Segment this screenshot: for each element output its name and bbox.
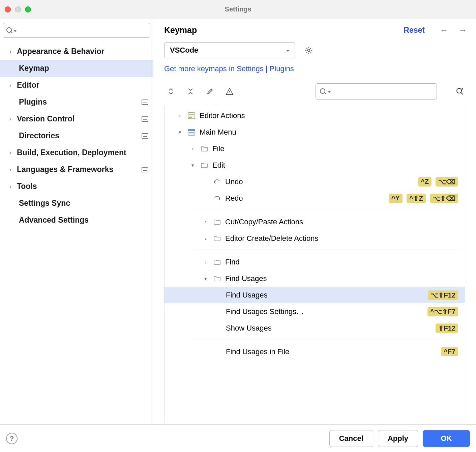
tree-row-label: Find Usages: [226, 291, 424, 300]
chevron-right-icon: ›: [9, 167, 12, 173]
warning-icon[interactable]: [226, 87, 234, 95]
tree-row[interactable]: ▾Edit: [165, 157, 465, 173]
folder-icon: [200, 145, 208, 152]
shortcut-badge: ⌥⇧F12: [428, 290, 458, 300]
folder-icon: [213, 258, 221, 266]
tree-row-label: Editor Actions: [200, 111, 461, 120]
tree-row[interactable]: ›Editor Create/Delete Actions: [165, 230, 465, 247]
sidebar-item-label: Tools: [17, 182, 148, 191]
shortcut-badge: ⌥⇧⌫: [430, 194, 458, 203]
folder-icon: [200, 162, 208, 169]
sidebar-item-editor[interactable]: ›Editor: [0, 77, 153, 94]
sidebar-item-appearance-behavior[interactable]: ›Appearance & Behavior: [0, 43, 153, 60]
chevron-down-icon: [14, 30, 17, 32]
redo-icon: [213, 195, 221, 202]
main-menu-icon: [187, 129, 196, 136]
sidebar-item-label: Plugins: [19, 98, 137, 106]
help-icon[interactable]: ?: [6, 433, 18, 444]
shortcut-badge: ^⇧Z: [407, 194, 426, 203]
chevron-down-icon: ▾: [202, 276, 209, 282]
tree-row-label: Undo: [225, 177, 414, 186]
sidebar-item-version-control[interactable]: ›Version Control: [0, 111, 153, 128]
tree-row-label: Cut/Copy/Paste Actions: [225, 218, 461, 226]
search-icon: [320, 88, 326, 94]
zoom-window-button[interactable]: [25, 6, 31, 12]
tree-row-label: Edit: [212, 161, 461, 170]
search-icon: [6, 27, 12, 33]
expand-collapse-icon[interactable]: [167, 87, 175, 95]
ok-button[interactable]: OK: [423, 430, 470, 447]
sidebar-item-label: Directories: [19, 132, 137, 140]
shortcut-badge: ^F7: [441, 347, 458, 356]
sidebar-search-input[interactable]: [3, 23, 150, 38]
sidebar-item-keymap[interactable]: Keymap: [0, 60, 153, 77]
sidebar-item-build-execution-deployment[interactable]: ›Build, Execution, Deployment: [0, 144, 153, 161]
page-title: Keymap: [164, 25, 197, 35]
window-controls: [5, 6, 31, 12]
tree-divider: [193, 340, 461, 340]
get-more-keymaps-link[interactable]: Get more keymaps in Settings | Plugins: [153, 58, 476, 77]
tree-row-label: Show Usages: [226, 324, 432, 333]
tree-row[interactable]: ›Editor Actions: [165, 107, 465, 124]
project-badge-icon: [142, 116, 148, 122]
project-badge-icon: [142, 167, 148, 172]
forward-arrow-icon[interactable]: →: [458, 25, 467, 35]
tree-row[interactable]: ›Cut/Copy/Paste Actions: [165, 214, 465, 230]
back-arrow-icon[interactable]: ←: [440, 25, 448, 35]
tree-row-label: Editor Create/Delete Actions: [225, 234, 461, 243]
tree-row[interactable]: ›Find Usages in File^F7: [165, 343, 465, 360]
tree-row[interactable]: ›Find Usages Settings…^⌥⇧F7: [165, 303, 465, 320]
tree-row[interactable]: ›Redo^Y^⇧Z⌥⇧⌫: [165, 190, 465, 206]
chevron-down-icon: [328, 91, 331, 93]
gear-icon[interactable]: [304, 46, 313, 55]
svg-point-0: [308, 49, 310, 52]
sidebar-item-advanced-settings[interactable]: Advanced Settings: [0, 212, 153, 229]
tree-row-label: Redo: [225, 194, 385, 203]
apply-button[interactable]: Apply: [378, 430, 418, 447]
sidebar-search-field[interactable]: [18, 27, 147, 34]
chevron-right-icon: ›: [202, 235, 209, 241]
shortcut-badge: ^Z: [418, 177, 432, 187]
sidebar-item-settings-sync[interactable]: Settings Sync: [0, 195, 153, 212]
chevron-right-icon: ›: [202, 219, 209, 225]
settings-sidebar: ›Appearance & BehaviorKeymap›EditorPlugi…: [0, 19, 153, 424]
reset-link[interactable]: Reset: [404, 26, 425, 35]
tree-row[interactable]: ›Find: [165, 254, 465, 270]
sidebar-item-tools[interactable]: ›Tools: [0, 178, 153, 195]
tree-row[interactable]: ›Show Usages⇧F12: [165, 320, 465, 336]
minimize-window-button[interactable]: [15, 6, 21, 12]
sidebar-item-label: Version Control: [17, 115, 137, 123]
shortcut-badge: ^Y: [389, 194, 403, 203]
editor-actions-icon: [187, 112, 196, 119]
folder-icon: [213, 235, 221, 242]
project-badge-icon: [142, 100, 148, 105]
chevron-right-icon: ›: [189, 146, 196, 151]
folder-icon: [213, 218, 221, 226]
shortcut-badges: ⌥⇧F12: [428, 290, 461, 300]
chevron-right-icon: ›: [177, 113, 183, 118]
chevron-down-icon: ▾: [189, 162, 196, 168]
actions-search-field[interactable]: [333, 88, 433, 95]
tree-row-label: File: [212, 144, 461, 153]
close-window-button[interactable]: [5, 6, 11, 12]
tree-row[interactable]: ▾Main Menu: [165, 124, 465, 140]
tree-row[interactable]: ▾Find Usages: [165, 270, 465, 287]
undo-icon: [213, 178, 221, 186]
sidebar-item-directories[interactable]: Directories: [0, 128, 153, 144]
tree-row[interactable]: ›Find Usages⌥⇧F12: [165, 287, 465, 303]
edit-icon[interactable]: [206, 87, 214, 95]
find-by-shortcut-icon[interactable]: [455, 87, 465, 96]
shortcut-badges: ^F7: [441, 347, 461, 356]
keymap-select[interactable]: VSCode: [164, 42, 295, 58]
keymap-tree: ›Editor Actions▾Main Menu›File▾Edit›Undo…: [164, 105, 465, 424]
chevron-right-icon: ›: [9, 49, 12, 55]
sidebar-item-label: Editor: [17, 81, 148, 89]
actions-search-input[interactable]: [316, 83, 437, 100]
tree-row-label: Find Usages: [225, 274, 461, 283]
tree-row[interactable]: ›File: [165, 140, 465, 157]
collapse-all-icon[interactable]: [186, 87, 195, 95]
tree-row[interactable]: ›Undo^Z⌥⌫: [165, 173, 465, 190]
cancel-button[interactable]: Cancel: [329, 430, 373, 447]
sidebar-item-plugins[interactable]: Plugins: [0, 94, 153, 111]
sidebar-item-languages-frameworks[interactable]: ›Languages & Frameworks: [0, 161, 153, 178]
